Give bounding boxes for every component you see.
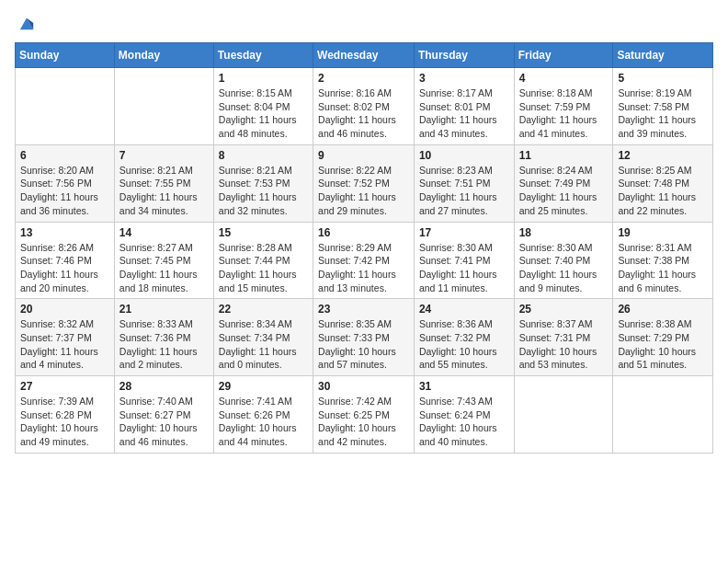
cell-content: Sunrise: 8:37 AMSunset: 7:31 PMDaylight:… <box>519 317 609 372</box>
calendar-cell: 5Sunrise: 8:19 AMSunset: 7:58 PMDaylight… <box>613 68 713 145</box>
cell-content: Sunrise: 8:38 AMSunset: 7:29 PMDaylight:… <box>618 317 708 372</box>
cell-content: Sunrise: 8:15 AMSunset: 8:04 PMDaylight:… <box>219 86 308 141</box>
calendar-cell: 20Sunrise: 8:32 AMSunset: 7:37 PMDayligh… <box>16 299 115 376</box>
day-header-wednesday: Wednesday <box>313 43 415 68</box>
calendar-cell: 1Sunrise: 8:15 AMSunset: 8:04 PMDaylight… <box>213 68 313 145</box>
cell-content: Sunrise: 8:23 AMSunset: 7:51 PMDaylight:… <box>419 164 509 218</box>
day-header-tuesday: Tuesday <box>213 43 313 68</box>
cell-content: Sunrise: 8:17 AMSunset: 8:01 PMDaylight:… <box>419 86 509 141</box>
cell-content: Sunrise: 8:22 AMSunset: 7:52 PMDaylight:… <box>318 164 409 218</box>
day-number: 9 <box>318 149 409 162</box>
calendar-cell: 31Sunrise: 7:43 AMSunset: 6:24 PMDayligh… <box>414 376 514 454</box>
cell-content: Sunrise: 8:18 AMSunset: 7:59 PMDaylight:… <box>519 86 609 141</box>
cell-content: Sunrise: 8:35 AMSunset: 7:33 PMDaylight:… <box>318 317 409 372</box>
calendar-cell: 8Sunrise: 8:21 AMSunset: 7:53 PMDaylight… <box>213 144 313 222</box>
cell-content: Sunrise: 7:39 AMSunset: 6:28 PMDaylight:… <box>20 395 109 449</box>
cell-content: Sunrise: 8:25 AMSunset: 7:48 PMDaylight:… <box>618 164 708 218</box>
cell-content: Sunrise: 8:28 AMSunset: 7:44 PMDaylight:… <box>219 241 308 295</box>
day-number: 4 <box>519 72 609 85</box>
logo-icon <box>18 15 35 31</box>
calendar-cell: 30Sunrise: 7:42 AMSunset: 6:25 PMDayligh… <box>313 376 415 454</box>
calendar-cell: 6Sunrise: 8:20 AMSunset: 7:56 PMDaylight… <box>16 144 115 222</box>
day-number: 7 <box>119 149 209 162</box>
cell-content: Sunrise: 7:43 AMSunset: 6:24 PMDaylight:… <box>419 395 509 449</box>
day-number: 5 <box>618 72 708 85</box>
day-number: 1 <box>219 72 308 85</box>
calendar-cell: 16Sunrise: 8:29 AMSunset: 7:42 PMDayligh… <box>313 222 415 299</box>
cell-content: Sunrise: 8:20 AMSunset: 7:56 PMDaylight:… <box>20 164 109 218</box>
day-number: 3 <box>419 72 509 85</box>
day-number: 6 <box>20 149 109 162</box>
calendar-cell <box>613 376 713 454</box>
cell-content: Sunrise: 7:42 AMSunset: 6:25 PMDaylight:… <box>318 395 409 449</box>
cell-content: Sunrise: 8:16 AMSunset: 8:02 PMDaylight:… <box>318 86 409 141</box>
day-number: 29 <box>219 380 308 393</box>
cell-content: Sunrise: 8:31 AMSunset: 7:38 PMDaylight:… <box>618 241 708 295</box>
calendar-cell: 25Sunrise: 8:37 AMSunset: 7:31 PMDayligh… <box>514 299 613 376</box>
calendar-cell <box>16 68 115 145</box>
cell-content: Sunrise: 8:30 AMSunset: 7:40 PMDaylight:… <box>519 241 609 295</box>
day-number: 14 <box>119 226 209 239</box>
calendar-cell: 22Sunrise: 8:34 AMSunset: 7:34 PMDayligh… <box>213 299 313 376</box>
calendar-header: SundayMondayTuesdayWednesdayThursdayFrid… <box>16 43 713 68</box>
cell-content: Sunrise: 8:30 AMSunset: 7:41 PMDaylight:… <box>419 241 509 295</box>
cell-content: Sunrise: 8:33 AMSunset: 7:36 PMDaylight:… <box>119 317 209 372</box>
cell-content: Sunrise: 8:26 AMSunset: 7:46 PMDaylight:… <box>20 241 109 295</box>
calendar-cell: 9Sunrise: 8:22 AMSunset: 7:52 PMDaylight… <box>313 144 415 222</box>
day-number: 21 <box>119 303 209 316</box>
calendar-cell: 10Sunrise: 8:23 AMSunset: 7:51 PMDayligh… <box>414 144 514 222</box>
calendar-cell: 11Sunrise: 8:24 AMSunset: 7:49 PMDayligh… <box>514 144 613 222</box>
logo <box>15 15 35 31</box>
calendar-cell: 3Sunrise: 8:17 AMSunset: 8:01 PMDaylight… <box>414 68 514 145</box>
day-number: 23 <box>318 303 409 316</box>
day-header-thursday: Thursday <box>414 43 514 68</box>
page-header <box>15 15 713 31</box>
calendar-cell <box>114 68 213 145</box>
cell-content: Sunrise: 8:34 AMSunset: 7:34 PMDaylight:… <box>219 317 308 372</box>
day-number: 31 <box>419 380 509 393</box>
day-number: 12 <box>618 149 708 162</box>
day-header-friday: Friday <box>514 43 613 68</box>
calendar-cell: 17Sunrise: 8:30 AMSunset: 7:41 PMDayligh… <box>414 222 514 299</box>
day-number: 25 <box>519 303 609 316</box>
day-number: 19 <box>618 226 708 239</box>
calendar-cell: 12Sunrise: 8:25 AMSunset: 7:48 PMDayligh… <box>613 144 713 222</box>
cell-content: Sunrise: 8:24 AMSunset: 7:49 PMDaylight:… <box>519 164 609 218</box>
day-number: 28 <box>119 380 209 393</box>
day-number: 27 <box>20 380 109 393</box>
calendar-cell: 14Sunrise: 8:27 AMSunset: 7:45 PMDayligh… <box>114 222 213 299</box>
day-number: 22 <box>219 303 308 316</box>
day-number: 24 <box>419 303 509 316</box>
day-header-sunday: Sunday <box>16 43 115 68</box>
day-number: 16 <box>318 226 409 239</box>
cell-content: Sunrise: 8:21 AMSunset: 7:55 PMDaylight:… <box>119 164 209 218</box>
calendar-cell: 26Sunrise: 8:38 AMSunset: 7:29 PMDayligh… <box>613 299 713 376</box>
calendar-cell: 29Sunrise: 7:41 AMSunset: 6:26 PMDayligh… <box>213 376 313 454</box>
day-number: 18 <box>519 226 609 239</box>
calendar-cell <box>514 376 613 454</box>
day-number: 30 <box>318 380 409 393</box>
calendar-cell: 4Sunrise: 8:18 AMSunset: 7:59 PMDaylight… <box>514 68 613 145</box>
day-number: 8 <box>219 149 308 162</box>
calendar-cell: 28Sunrise: 7:40 AMSunset: 6:27 PMDayligh… <box>114 376 213 454</box>
day-number: 17 <box>419 226 509 239</box>
calendar-cell: 15Sunrise: 8:28 AMSunset: 7:44 PMDayligh… <box>213 222 313 299</box>
day-number: 20 <box>20 303 109 316</box>
cell-content: Sunrise: 8:27 AMSunset: 7:45 PMDaylight:… <box>119 241 209 295</box>
cell-content: Sunrise: 8:32 AMSunset: 7:37 PMDaylight:… <box>20 317 109 372</box>
cell-content: Sunrise: 8:36 AMSunset: 7:32 PMDaylight:… <box>419 317 509 372</box>
calendar-cell: 24Sunrise: 8:36 AMSunset: 7:32 PMDayligh… <box>414 299 514 376</box>
day-number: 11 <box>519 149 609 162</box>
day-number: 15 <box>219 226 308 239</box>
calendar-cell: 27Sunrise: 7:39 AMSunset: 6:28 PMDayligh… <box>16 376 115 454</box>
calendar-cell: 13Sunrise: 8:26 AMSunset: 7:46 PMDayligh… <box>16 222 115 299</box>
cell-content: Sunrise: 8:19 AMSunset: 7:58 PMDaylight:… <box>618 86 708 141</box>
calendar-cell: 21Sunrise: 8:33 AMSunset: 7:36 PMDayligh… <box>114 299 213 376</box>
calendar-cell: 2Sunrise: 8:16 AMSunset: 8:02 PMDaylight… <box>313 68 415 145</box>
day-number: 13 <box>20 226 109 239</box>
day-header-monday: Monday <box>114 43 213 68</box>
cell-content: Sunrise: 8:29 AMSunset: 7:42 PMDaylight:… <box>318 241 409 295</box>
calendar-table: SundayMondayTuesdayWednesdayThursdayFrid… <box>15 42 713 454</box>
calendar-cell: 19Sunrise: 8:31 AMSunset: 7:38 PMDayligh… <box>613 222 713 299</box>
calendar-cell: 18Sunrise: 8:30 AMSunset: 7:40 PMDayligh… <box>514 222 613 299</box>
